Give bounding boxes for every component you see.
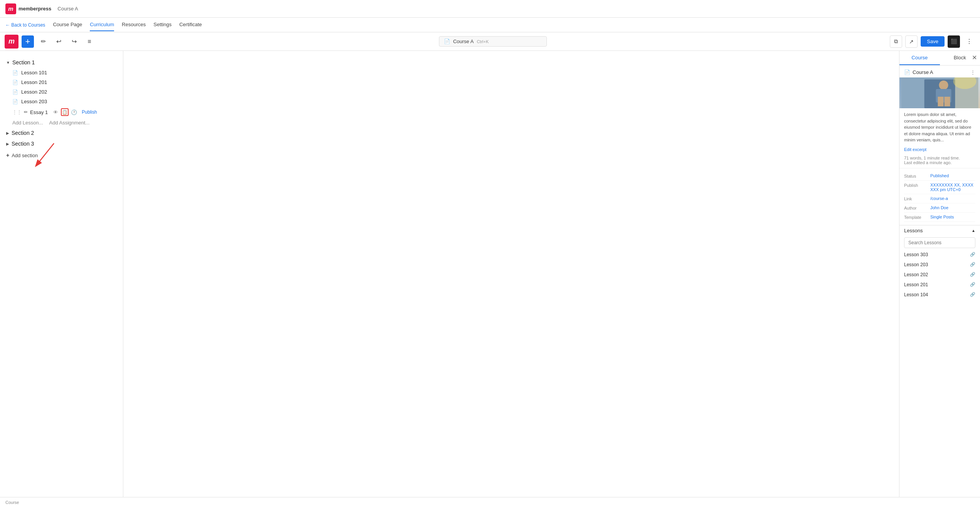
document-name-bar[interactable]: 📄 Course A Ctrl+K [439, 36, 547, 47]
panel-tabs: Course Block ✕ [899, 51, 980, 65]
doc-name-area: 📄 Course A Ctrl+K [99, 36, 887, 47]
section-1-header[interactable]: ▼ Section 1 [0, 57, 123, 68]
course-doc-icon: 📄 [904, 69, 910, 75]
svg-point-4 [939, 81, 948, 90]
add-section-label: Add section [12, 153, 38, 158]
external-link-button[interactable]: ↗ [905, 35, 918, 48]
doc-name-text: Course A [453, 39, 474, 44]
list-item[interactable]: Lesson 201 🔗 [899, 280, 980, 290]
meta-row-author: Author John Doe [904, 203, 975, 213]
thumbnail-svg [899, 77, 980, 108]
list-item[interactable]: Lesson 104 🔗 [899, 290, 980, 300]
essay-view-icon[interactable]: 👁 [52, 108, 59, 116]
save-button[interactable]: Save [921, 36, 945, 47]
toolbar-right-actions: ⧉ ↗ Save ⬛ ⋮ [890, 35, 975, 48]
add-lesson-link[interactable]: Add Lesson... [12, 120, 43, 126]
list-item[interactable]: Lesson 303 🔗 [899, 250, 980, 260]
drag-handle-icon[interactable]: ⋮⋮ [12, 109, 22, 115]
lesson-file-icon: 📄 [12, 80, 18, 85]
right-panel: Course Block ✕ 📄 Course A ⋮ [899, 51, 980, 497]
essay-1-actions: 👁 📋 🕐 [52, 108, 78, 116]
redo-button[interactable]: ↪ [68, 35, 80, 48]
list-item[interactable]: 📄 Lesson 202 [0, 87, 123, 97]
section-2-chevron: ▶ [6, 131, 9, 135]
essay-clock-icon[interactable]: 🕐 [70, 108, 78, 116]
lesson-202-label: Lesson 202 [21, 89, 47, 95]
lessons-chevron-icon[interactable]: ▲ [972, 228, 975, 233]
course-thumbnail [899, 77, 980, 108]
main-content: ▼ Section 1 📄 Lesson 101 📄 Lesson 201 📄 … [0, 51, 980, 497]
meta-table: Status Published Publish XXXXXXXX XX, XX… [899, 168, 980, 225]
lesson-101-label: Lesson 101 [21, 70, 47, 76]
dark-mode-button[interactable]: ⬛ [948, 35, 960, 48]
tab-settings[interactable]: Settings [153, 18, 171, 31]
course-panel-header: 📄 Course A ⋮ [899, 65, 980, 77]
meta-row-template: Template Single Posts [904, 213, 975, 222]
status-text: Course [5, 500, 19, 505]
tab-course[interactable]: Course [899, 51, 940, 65]
lesson-202-link-icon: 🔗 [970, 272, 975, 277]
editor-toolbar: m + ✏ ↩ ↪ ≡ 📄 Course A Ctrl+K ⧉ ↗ Save ⬛… [0, 32, 980, 51]
lesson-file-icon: 📄 [12, 99, 18, 104]
lesson-303-link-icon: 🔗 [970, 252, 975, 257]
curriculum-panel: ▼ Section 1 📄 Lesson 101 📄 Lesson 201 📄 … [0, 51, 123, 497]
more-options-button[interactable]: ⋮ [963, 35, 975, 48]
add-block-button[interactable]: + [22, 35, 34, 48]
section-2-header[interactable]: ▶ Section 2 [0, 128, 123, 138]
tab-course-page[interactable]: Course Page [53, 18, 82, 31]
doc-icon: 📄 [444, 39, 450, 44]
author-value[interactable]: John Doe [930, 205, 948, 210]
svg-rect-7 [945, 97, 950, 106]
add-lesson-row: Add Lesson... Add Assignment... [0, 118, 123, 128]
meta-row-publish: Publish XXXXXXXX XX, XXXX XXX pm UTC+0 [904, 181, 975, 194]
list-item[interactable]: Lesson 202 🔗 [899, 270, 980, 280]
meta-row-status: Status Published [904, 171, 975, 181]
tab-resources[interactable]: Resources [122, 18, 146, 31]
add-assignment-link[interactable]: Add Assignment... [49, 120, 90, 126]
essay-edit-pencil-icon[interactable]: ✏ [24, 109, 28, 115]
lesson-file-icon: 📄 [12, 70, 18, 76]
section-1-label: Section 1 [12, 59, 35, 65]
essay-highlighted-btn[interactable]: 📋 [61, 108, 69, 116]
add-section-button[interactable]: + Add section [0, 149, 123, 161]
view-mode-button[interactable]: ⧉ [890, 35, 902, 48]
section-1-chevron: ▼ [6, 60, 10, 65]
essay-publish-link[interactable]: Publish [82, 109, 97, 115]
section-3-label: Section 3 [12, 141, 34, 147]
list-item[interactable]: Lesson 203 🔗 [899, 260, 980, 270]
essay-1-label: Essay 1 [30, 109, 48, 115]
add-section-plus-icon: + [6, 152, 9, 158]
tab-certificate[interactable]: Certificate [179, 18, 202, 31]
back-to-courses-link[interactable]: ← Back to Courses [5, 22, 45, 28]
list-view-button[interactable]: ≡ [83, 35, 96, 48]
top-bar: m memberpress Course A [0, 0, 980, 18]
svg-rect-6 [938, 97, 944, 106]
status-bar: Course [0, 497, 980, 507]
course-more-icon[interactable]: ⋮ [970, 69, 975, 75]
list-item[interactable]: 📄 Lesson 203 [0, 97, 123, 106]
lesson-203-label: Lesson 203 [21, 99, 47, 104]
tab-curriculum[interactable]: Curriculum [90, 18, 114, 31]
lesson-203-link-icon: 🔗 [970, 262, 975, 267]
list-item[interactable]: 📄 Lesson 101 [0, 68, 123, 77]
word-count: 71 words, 1 minute read time. Last edite… [899, 154, 980, 168]
lesson-201-link-icon: 🔗 [970, 282, 975, 287]
section-3-header[interactable]: ▶ Section 3 [0, 138, 123, 149]
logo-area: m memberpress [5, 3, 51, 14]
essay-1-row: ⋮⋮ ✏ Essay 1 👁 📋 🕐 Publish [0, 106, 123, 118]
status-value[interactable]: Published [930, 173, 949, 178]
list-item[interactable]: 📄 Lesson 201 [0, 77, 123, 87]
pencil-tool-button[interactable]: ✏ [37, 35, 49, 48]
panel-close-button[interactable]: ✕ [972, 54, 977, 61]
edit-excerpt-link[interactable]: Edit excerpt [899, 146, 980, 154]
editor-canvas [123, 51, 899, 497]
section-2-label: Section 2 [12, 130, 34, 136]
undo-button[interactable]: ↩ [52, 35, 65, 48]
link-value[interactable]: /course-a [930, 196, 948, 201]
lessons-section-header: Lessons ▲ [899, 225, 980, 236]
search-lessons-input[interactable] [904, 237, 975, 248]
lesson-file-icon: 📄 [12, 89, 18, 95]
nav-tabs: ← Back to Courses Course Page Curriculum… [0, 18, 980, 32]
template-value[interactable]: Single Posts [930, 215, 954, 219]
publish-value[interactable]: XXXXXXXX XX, XXXX XXX pm UTC+0 [930, 183, 975, 192]
